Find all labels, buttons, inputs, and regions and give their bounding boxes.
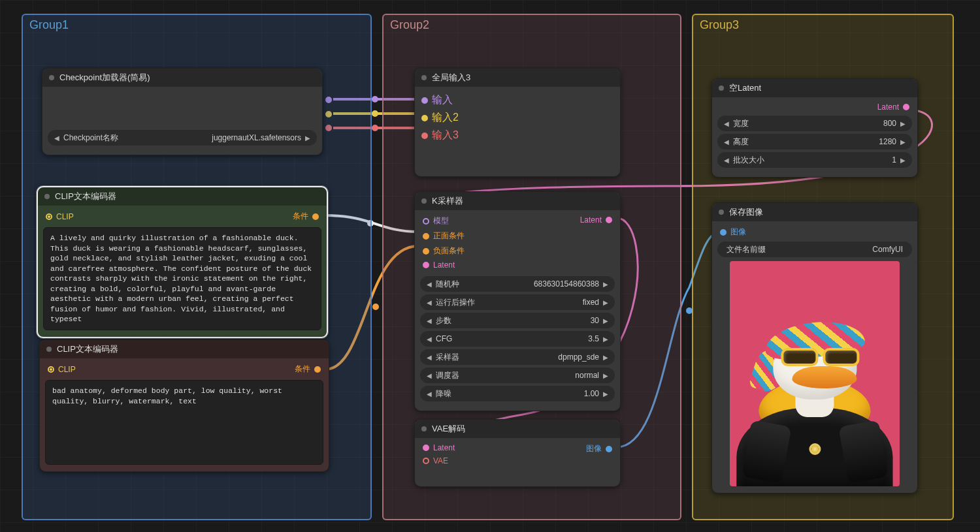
node-title: CLIP文本编码器 [55, 191, 116, 202]
group-2-title: Group2 [390, 18, 429, 32]
node-header[interactable]: Checkpoint加载器(简易) [42, 69, 322, 87]
collapse-dot-icon[interactable] [719, 210, 724, 215]
chevron-left-icon[interactable]: ◀ [52, 134, 62, 142]
node-title: 保存图像 [729, 206, 763, 218]
input-port-1[interactable]: 输入 [421, 93, 613, 107]
output-port-latent[interactable]: Latent [580, 215, 612, 225]
collapse-dot-icon[interactable] [421, 426, 427, 431]
chevron-left-icon[interactable]: ◀ [424, 372, 434, 379]
input-port-clip[interactable]: CLIP [46, 211, 74, 222]
node-header[interactable]: VAE解码 [415, 420, 620, 438]
input-port-vae[interactable]: VAE [423, 456, 455, 465]
collapse-dot-icon[interactable] [49, 75, 54, 80]
scheduler-widget[interactable]: ◀调度器normal▶ [420, 368, 615, 383]
node-title: Checkpoint加载器(简易) [59, 72, 150, 84]
steps-widget[interactable]: ◀步数30▶ [420, 313, 615, 328]
input-port-clip[interactable]: CLIP [48, 364, 76, 375]
chevron-left-icon[interactable]: ◀ [721, 138, 732, 146]
node-save-image[interactable]: 保存图像 图像 文件名前缀 ComfyUI [711, 202, 918, 493]
checkpoint-name-widget[interactable]: ◀ Checkpoint名称 juggernautXL.safetensors … [48, 130, 317, 146]
output-port-latent[interactable]: Latent [877, 102, 909, 112]
collapse-dot-icon[interactable] [719, 86, 724, 91]
output-image-preview[interactable] [730, 261, 900, 486]
output-port-image[interactable]: 图像 [586, 443, 612, 454]
node-header[interactable]: CLIP文本编码器 [40, 340, 329, 358]
collapse-dot-icon[interactable] [44, 194, 50, 199]
denoise-widget[interactable]: ◀降噪1.00▶ [420, 386, 615, 401]
chevron-right-icon[interactable]: ▶ [898, 120, 908, 127]
node-title: CLIP文本编码器 [57, 343, 118, 355]
sampler-widget[interactable]: ◀采样器dpmpp_sde▶ [420, 349, 615, 365]
chevron-right-icon[interactable]: ▶ [600, 281, 611, 288]
negative-prompt-textarea[interactable]: bad anatomy, deformed body part, low qua… [45, 380, 323, 465]
output-port-conditioning[interactable]: 条件 [295, 364, 321, 375]
chevron-left-icon[interactable]: ◀ [424, 281, 434, 288]
svg-point-4 [372, 304, 379, 310]
chevron-left-icon[interactable]: ◀ [721, 157, 732, 164]
node-title: 空Latent [729, 82, 761, 94]
group-1-title: Group1 [29, 18, 69, 32]
svg-point-0 [372, 96, 378, 102]
input-port-model[interactable]: 模型 [423, 215, 465, 227]
node-vae-decode[interactable]: VAE解码 Latent VAE 图像 [414, 419, 621, 487]
control-after-widget[interactable]: ◀运行后操作fixed▶ [420, 294, 615, 310]
chevron-right-icon[interactable]: ▶ [600, 354, 611, 361]
node-title: 全局输入3 [432, 72, 470, 84]
node-header[interactable]: CLIP文本编码器 [38, 187, 327, 206]
input-port-latent[interactable]: Latent [423, 443, 455, 452]
batch-widget[interactable]: ◀批次大小1▶ [717, 152, 912, 168]
node-global-input[interactable]: 全局输入3 输入 输入2 输入3 [414, 68, 621, 177]
node-empty-latent[interactable]: 空Latent Latent ◀宽度800▶ ◀高度1280▶ ◀批次大小1▶ [711, 78, 918, 178]
chevron-left-icon[interactable]: ◀ [424, 299, 434, 306]
input-port-3[interactable]: 输入3 [421, 129, 613, 142]
chevron-right-icon[interactable]: ▶ [898, 157, 908, 164]
width-widget[interactable]: ◀宽度800▶ [717, 116, 912, 131]
collapse-dot-icon[interactable] [46, 347, 52, 352]
node-clip-text-encode-negative[interactable]: CLIP文本编码器 CLIP 条件 bad anatomy, deformed … [39, 339, 329, 472]
duck-illustration [745, 329, 884, 487]
input-port-2[interactable]: 输入2 [421, 111, 613, 125]
chevron-right-icon[interactable]: ▶ [600, 336, 611, 343]
filename-prefix-widget[interactable]: 文件名前缀 ComfyUI [717, 242, 912, 257]
node-header[interactable]: 保存图像 [712, 203, 917, 221]
chevron-left-icon[interactable]: ◀ [424, 390, 434, 398]
node-title: K采样器 [432, 195, 463, 207]
cfg-widget[interactable]: ◀CFG3.5▶ [420, 331, 615, 347]
node-header[interactable]: 全局输入3 [415, 69, 620, 87]
input-port-positive[interactable]: 正面条件 [423, 230, 465, 242]
chevron-left-icon[interactable]: ◀ [721, 120, 732, 127]
node-checkpoint-loader[interactable]: Checkpoint加载器(简易) ◀ Checkpoint名称 juggern… [42, 68, 323, 155]
chevron-right-icon[interactable]: ▶ [600, 299, 611, 306]
collapse-dot-icon[interactable] [421, 75, 427, 80]
widget-label: Checkpoint名称 [62, 133, 118, 144]
node-title: VAE解码 [432, 423, 465, 435]
input-port-image[interactable]: 图像 [720, 227, 746, 238]
chevron-right-icon[interactable]: ▶ [898, 138, 908, 146]
chevron-left-icon[interactable]: ◀ [424, 354, 434, 361]
chevron-right-icon[interactable]: ▶ [302, 134, 313, 142]
chevron-right-icon[interactable]: ▶ [600, 372, 611, 379]
prompt-textarea[interactable]: A lively and quirky illustration of a fa… [43, 227, 321, 330]
widget-value: juggernautXL.safetensors [118, 133, 302, 142]
chevron-left-icon[interactable]: ◀ [424, 317, 434, 324]
node-header[interactable]: 空Latent [712, 79, 917, 97]
node-clip-text-encode-positive[interactable]: CLIP文本编码器 CLIP 条件 A lively and quirky il… [37, 186, 328, 338]
height-widget[interactable]: ◀高度1280▶ [717, 134, 912, 149]
input-port-latent[interactable]: Latent [423, 260, 465, 270]
svg-point-2 [372, 125, 378, 131]
svg-point-1 [372, 110, 378, 117]
seed-widget[interactable]: ◀随机种683630154860388▶ [420, 276, 615, 292]
chevron-left-icon[interactable]: ◀ [424, 336, 434, 343]
group-3-title: Group3 [700, 18, 739, 32]
output-port-conditioning[interactable]: 条件 [293, 211, 319, 222]
node-ksampler[interactable]: K采样器 模型 正面条件 负面条件 Latent Latent ◀随机种6836… [414, 191, 621, 411]
input-port-negative[interactable]: 负面条件 [423, 245, 465, 257]
node-header[interactable]: K采样器 [415, 192, 620, 210]
chevron-right-icon[interactable]: ▶ [600, 317, 611, 324]
collapse-dot-icon[interactable] [421, 198, 427, 204]
chevron-right-icon[interactable]: ▶ [600, 390, 611, 398]
